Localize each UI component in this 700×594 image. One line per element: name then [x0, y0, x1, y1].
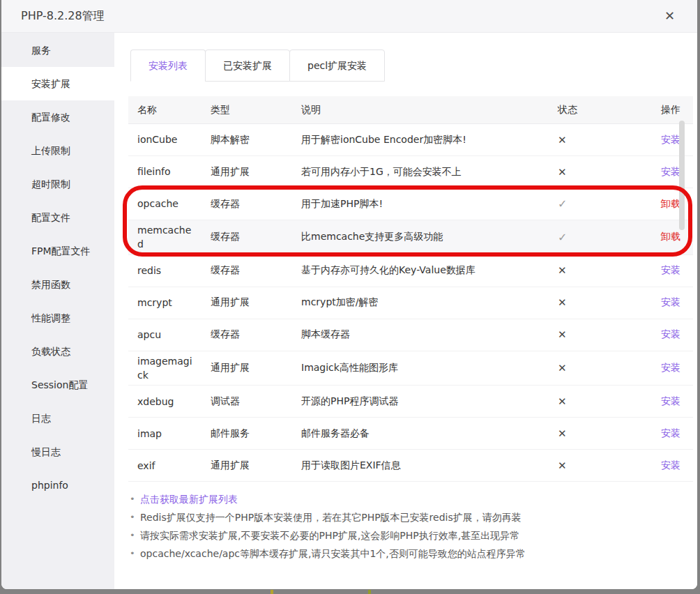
- col-header-name: 名称: [137, 102, 197, 116]
- ext-name: apcu: [137, 328, 197, 342]
- not-installed-cross-icon: ✕: [558, 166, 567, 178]
- backdrop-artifact: [271, 590, 273, 594]
- sidebar-item-install-extensions[interactable]: 安装扩展: [1, 67, 114, 100]
- ext-status: ✕: [558, 166, 639, 178]
- ext-action-cell: 安装: [639, 296, 680, 309]
- sidebar-item-disabled-functions[interactable]: 禁用函数: [1, 268, 114, 301]
- note-text: Redis扩展仅支持一个PHP版本安装使用，若在其它PHP版本已安装redis扩…: [140, 512, 522, 523]
- ext-type: 脚本解密: [211, 134, 301, 146]
- ext-description: 邮件服务器必备: [301, 427, 558, 440]
- ext-name: fileinfo: [137, 165, 197, 178]
- refresh-extension-list-link[interactable]: 点击获取最新扩展列表: [140, 494, 238, 505]
- note-item: 请按实际需求安装扩展,不要安装不必要的PHP扩展,这会影响PHP执行效率,甚至出…: [128, 526, 693, 544]
- sidebar-item-upload-limit[interactable]: 上传限制: [1, 134, 114, 167]
- ext-action-cell: 卸载: [639, 231, 680, 243]
- sidebar-item-config-file[interactable]: 配置文件: [1, 201, 114, 234]
- not-installed-cross-icon: ✕: [558, 328, 567, 341]
- sidebar-item-timeout-limit[interactable]: 超时限制: [1, 167, 114, 201]
- tab-installed-exts[interactable]: 已安装扩展: [205, 50, 290, 82]
- ext-type: 缓存器: [211, 264, 301, 277]
- not-installed-cross-icon: ✕: [558, 264, 567, 277]
- ext-description: 脚本缓存器: [301, 328, 558, 341]
- ext-description: Imagick高性能图形库: [301, 362, 558, 374]
- table-row-xdebug: xdebug调试器开源的PHP程序调试器✕安装: [128, 386, 693, 418]
- ext-name: mcrypt: [137, 296, 197, 310]
- ext-type: 邮件服务: [211, 427, 301, 440]
- ext-action-cell: 安装: [639, 362, 680, 374]
- ext-description: 用于读取图片EXIF信息: [301, 459, 558, 472]
- install-link-imap[interactable]: 安装: [661, 427, 680, 439]
- tab-install-list[interactable]: 安装列表: [130, 50, 206, 82]
- close-icon[interactable]: ✕: [660, 7, 679, 25]
- ext-action-cell: 安装: [639, 427, 680, 440]
- table-row-imap: imap邮件服务邮件服务器必备✕安装: [128, 418, 693, 450]
- ext-name: opcache: [137, 197, 197, 211]
- not-installed-cross-icon: ✕: [558, 134, 567, 146]
- ext-type: 调试器: [211, 395, 301, 408]
- ext-name: ionCube: [137, 132, 197, 146]
- install-link-redis[interactable]: 安装: [661, 264, 680, 275]
- uninstall-link-memcached[interactable]: 卸载: [661, 231, 680, 242]
- php-manager-dialog: PHP-8.2.28管理 ✕ 服务安装扩展配置修改上传限制超时限制配置文件FPM…: [1, 0, 697, 589]
- dialog-header: PHP-8.2.28管理 ✕: [1, 0, 697, 33]
- table-row-apcu: apcu缓存器脚本缓存器✕安装: [128, 319, 693, 351]
- notes-list: 点击获取最新扩展列表Redis扩展仅支持一个PHP版本安装使用，若在其它PHP版…: [128, 490, 693, 563]
- install-link-fileinfo[interactable]: 安装: [661, 166, 680, 177]
- col-header-desc: 说明: [301, 104, 558, 116]
- dialog-body: 服务安装扩展配置修改上传限制超时限制配置文件FPM配置文件禁用函数性能调整负载状…: [1, 33, 697, 589]
- sidebar-item-performance-tuning[interactable]: 性能调整: [1, 301, 114, 335]
- sidebar-item-config-edit[interactable]: 配置修改: [1, 100, 114, 134]
- install-link-exif[interactable]: 安装: [661, 459, 680, 471]
- ext-action-cell: 安装: [639, 459, 680, 472]
- ext-action-cell: 安装: [639, 264, 680, 277]
- ext-action-cell: 卸载: [639, 198, 680, 211]
- note-item: opcache/xcache/apc等脚本缓存扩展,请只安装其中1个,否则可能导…: [128, 544, 693, 563]
- table-row-mcrypt: mcrypt通用扩展mcrypt加密/解密✕安装: [128, 287, 693, 319]
- table-header-row: 名称 类型 说明 状态 操作: [128, 96, 693, 124]
- ext-status: ✕: [558, 362, 639, 374]
- scrollbar-thumb[interactable]: [679, 121, 685, 230]
- ext-name: imap: [137, 427, 197, 441]
- note-item: 点击获取最新扩展列表: [128, 490, 693, 508]
- install-link-ionCube[interactable]: 安装: [661, 134, 680, 145]
- sidebar-item-phpinfo[interactable]: phpinfo: [1, 469, 114, 502]
- ext-type: 通用扩展: [211, 459, 301, 472]
- sidebar-item-slow-log[interactable]: 慢日志: [1, 435, 114, 469]
- ext-status: ✓: [558, 197, 639, 211]
- sidebar-item-load-status[interactable]: 负载状态: [1, 335, 114, 368]
- not-installed-cross-icon: ✕: [558, 296, 567, 309]
- note-text: opcache/xcache/apc等脚本缓存扩展,请只安装其中1个,否则可能导…: [140, 548, 526, 559]
- ext-action-cell: 安装: [639, 395, 680, 408]
- ext-action-cell: 安装: [639, 166, 680, 178]
- extension-table: 名称 类型 说明 状态 操作 ionCube脚本解密用于解密ionCube En…: [128, 96, 693, 482]
- table-row-opcache: opcache缓存器用于加速PHP脚本!✓卸载: [128, 188, 693, 220]
- table-row-ionCube: ionCube脚本解密用于解密ionCube Encoder加密脚本!✕安装: [128, 124, 693, 156]
- tab-pecl-install[interactable]: pecl扩展安装: [289, 50, 385, 82]
- ext-type: 缓存器: [211, 198, 301, 211]
- sidebar-item-fpm-config-file[interactable]: FPM配置文件: [1, 234, 114, 268]
- ext-status: ✕: [558, 395, 639, 408]
- ext-description: 比memcache支持更多高级功能: [301, 231, 558, 243]
- install-link-mcrypt[interactable]: 安装: [661, 296, 680, 307]
- ext-action-cell: 安装: [639, 134, 680, 146]
- ext-type: 缓存器: [211, 231, 301, 243]
- col-header-status: 状态: [558, 104, 639, 116]
- uninstall-link-opcache[interactable]: 卸载: [661, 198, 680, 209]
- sidebar-item-log[interactable]: 日志: [1, 402, 114, 435]
- ext-description: 用于解密ionCube Encoder加密脚本!: [301, 134, 558, 146]
- not-installed-cross-icon: ✕: [558, 395, 567, 408]
- install-link-imagemagick[interactable]: 安装: [661, 362, 680, 373]
- not-installed-cross-icon: ✕: [558, 427, 567, 440]
- ext-name: exif: [137, 459, 197, 473]
- col-header-action: 操作: [639, 104, 680, 116]
- main-panel: 安装列表已安装扩展pecl扩展安装 名称 类型 说明 状态 操作 ionCube…: [114, 33, 697, 589]
- sidebar-item-services[interactable]: 服务: [1, 33, 114, 67]
- table-body: ionCube脚本解密用于解密ionCube Encoder加密脚本!✕安装fi…: [128, 124, 693, 482]
- install-link-apcu[interactable]: 安装: [661, 328, 680, 340]
- install-link-xdebug[interactable]: 安装: [661, 395, 680, 406]
- sidebar-item-session-config[interactable]: Session配置: [1, 368, 114, 402]
- ext-name: xdebug: [137, 395, 197, 409]
- not-installed-cross-icon: ✕: [558, 459, 567, 472]
- installed-check-icon: ✓: [558, 231, 567, 244]
- table-row-memcached: memcached缓存器比memcache支持更多高级功能✓卸载: [128, 220, 693, 255]
